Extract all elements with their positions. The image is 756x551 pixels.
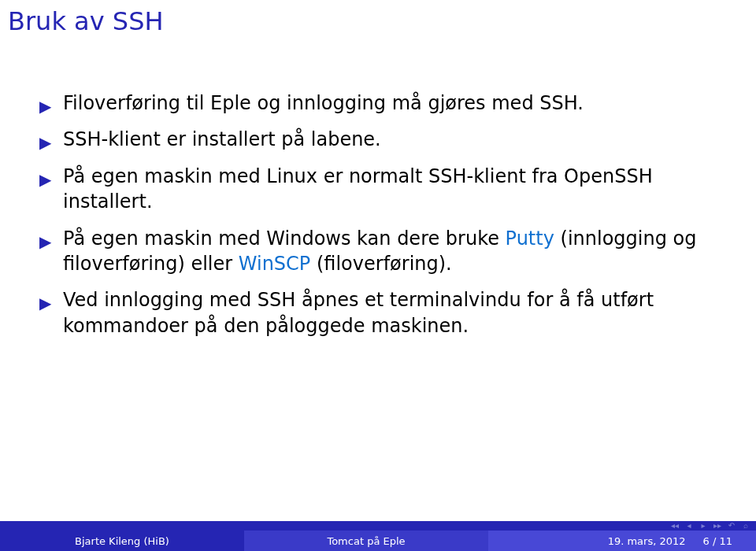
- text-segment: (filoverføring).: [310, 253, 451, 275]
- footer-date: 19. mars, 2012: [608, 535, 686, 547]
- nav-search-icon[interactable]: ⌕: [740, 522, 751, 530]
- list-item: ▶Filoverføring til Eple og innlogging må…: [32, 91, 724, 116]
- nav-bar: ◂◂ ◂ ▸ ▸▸ ↶ ⌕: [0, 521, 756, 531]
- footer-author: Bjarte Kileng (HiB): [0, 531, 244, 551]
- list-item: ▶Ved innlogging med SSH åpnes et termina…: [32, 287, 724, 338]
- nav-prev-icon[interactable]: ◂: [684, 522, 695, 530]
- link-text[interactable]: Putty: [506, 227, 554, 250]
- list-item: ▶SSH-klient er installert på labene.: [32, 127, 724, 152]
- triangle-bullet-icon: ▶: [39, 293, 51, 314]
- footer-talk-title: Tomcat på Eple: [244, 531, 488, 551]
- list-item-text: På egen maskin med Linux er normalt SSH-…: [63, 165, 653, 213]
- text-segment: Ved innlogging med SSH åpnes et terminal…: [63, 289, 654, 336]
- nav-last-icon[interactable]: ▸▸: [712, 522, 723, 530]
- list-item-text: SSH-klient er installert på labene.: [63, 128, 381, 150]
- nav-first-icon[interactable]: ◂◂: [669, 522, 680, 530]
- footer-page: 6 / 11: [703, 535, 732, 547]
- slide-title: Bruk av SSH: [8, 6, 164, 36]
- list-item: ▶På egen maskin med Windows kan dere bru…: [32, 226, 724, 277]
- text-segment: På egen maskin med Linux er normalt SSH-…: [63, 165, 653, 213]
- slide-content: ▶Filoverføring til Eple og innlogging må…: [32, 91, 724, 349]
- footer-date-page: 19. mars, 2012 6 / 11: [488, 531, 756, 551]
- slide: Bruk av SSH ▶Filoverføring til Eple og i…: [0, 0, 756, 551]
- triangle-bullet-icon: ▶: [39, 169, 51, 190]
- bullet-list: ▶Filoverføring til Eple og innlogging må…: [32, 91, 724, 338]
- text-segment: Filoverføring til Eple og innlogging må …: [63, 92, 584, 114]
- footer: Bjarte Kileng (HiB) Tomcat på Eple 19. m…: [0, 531, 756, 551]
- text-segment: På egen maskin med Windows kan dere bruk…: [63, 227, 506, 250]
- list-item-text: På egen maskin med Windows kan dere bruk…: [63, 227, 696, 275]
- list-item: ▶På egen maskin med Linux er normalt SSH…: [32, 164, 724, 215]
- nav-next-icon[interactable]: ▸: [698, 522, 709, 530]
- text-segment: SSH-klient er installert på labene.: [63, 128, 381, 150]
- nav-back-icon[interactable]: ↶: [726, 522, 737, 530]
- list-item-text: Ved innlogging med SSH åpnes et terminal…: [63, 289, 654, 336]
- triangle-bullet-icon: ▶: [39, 132, 51, 153]
- triangle-bullet-icon: ▶: [39, 231, 51, 253]
- link-text[interactable]: WinSCP: [239, 253, 311, 275]
- list-item-text: Filoverføring til Eple og innlogging må …: [63, 92, 584, 114]
- triangle-bullet-icon: ▶: [39, 96, 51, 117]
